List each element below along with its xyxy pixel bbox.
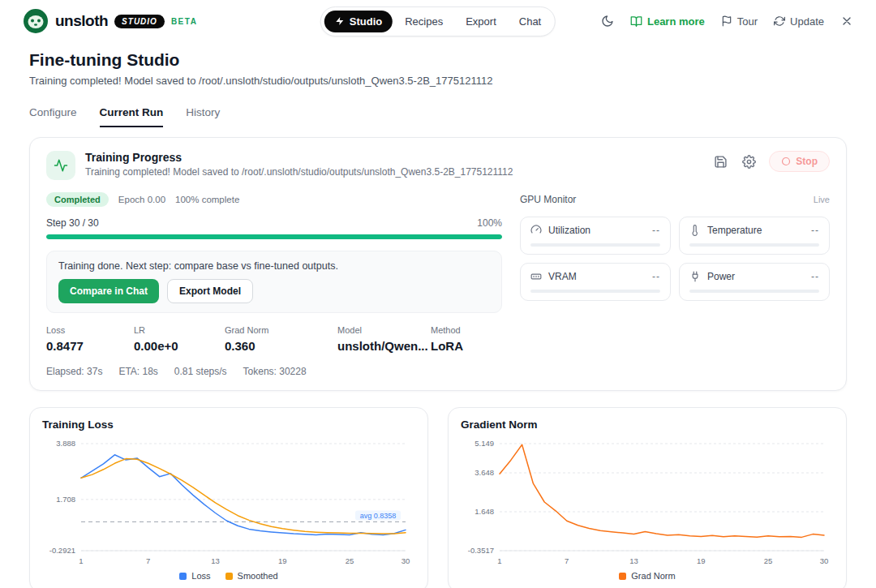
floppy-icon xyxy=(714,155,728,169)
flag-icon xyxy=(721,15,732,27)
card-header-text: Training Progress Training completed! Mo… xyxy=(85,151,513,178)
bolt-icon xyxy=(335,16,345,26)
stat-grad-norm: Grad Norm 0.360 xyxy=(225,325,337,353)
gpu-card-value: -- xyxy=(811,271,819,282)
gpu-card-label: Temperature xyxy=(707,225,762,236)
save-button[interactable] xyxy=(712,153,729,170)
gpu-card-power: Power -- xyxy=(679,263,830,301)
status-badge: Completed xyxy=(46,192,109,207)
svg-text:1.708: 1.708 xyxy=(56,495,75,504)
training-progress-card: Training Progress Training completed! Mo… xyxy=(29,137,847,391)
gpu-monitor: GPU Monitor Live Utilization -- xyxy=(520,191,830,377)
stats-row: Loss 0.8477 LR 0.00e+0 Grad Norm 0.360 M… xyxy=(46,325,502,353)
close-button[interactable] xyxy=(840,15,853,28)
svg-text:7: 7 xyxy=(565,556,569,565)
export-model-button[interactable]: Export Model xyxy=(167,279,253,303)
tokens-label: Tokens: 30228 xyxy=(243,366,307,377)
close-icon xyxy=(840,15,853,28)
gauge-icon xyxy=(530,225,542,236)
chart-legend: Loss Smoothed xyxy=(42,571,415,581)
training-loss-chart: 3.8881.708-0.29211713192530avg 0.8358 xyxy=(42,436,415,569)
svg-text:-0.2921: -0.2921 xyxy=(49,546,75,555)
training-loss-chart-card: Training Loss 3.8881.708-0.2921171319253… xyxy=(29,407,428,588)
grad-norm-swatch xyxy=(619,573,626,580)
tab-history[interactable]: History xyxy=(186,106,220,127)
svg-text:1.648: 1.648 xyxy=(474,507,494,516)
gpu-utilization-bar xyxy=(530,243,660,247)
svg-text:13: 13 xyxy=(629,556,638,565)
page-header: Fine-tuning Studio Training completed! M… xyxy=(29,50,847,87)
svg-text:-0.3517: -0.3517 xyxy=(468,546,494,555)
steps-per-sec-label: 0.81 steps/s xyxy=(174,366,227,377)
nav-item-recipes[interactable]: Recipes xyxy=(394,11,453,32)
status-row: Completed Epoch 0.00 100% complete xyxy=(46,191,502,208)
legend-item-loss: Loss xyxy=(179,571,210,581)
brand-wordmark: unsloth xyxy=(55,12,108,30)
progress-bar xyxy=(46,234,502,239)
activity-icon xyxy=(46,151,75,180)
legend-item-smoothed: Smoothed xyxy=(225,571,278,581)
tour-button[interactable]: Tour xyxy=(721,15,758,28)
card-header-controls: Stop xyxy=(712,151,830,172)
stop-label: Stop xyxy=(796,156,818,167)
svg-text:25: 25 xyxy=(764,556,773,565)
memory-icon xyxy=(530,271,542,282)
epoch-label: Epoch 0.00 xyxy=(118,195,165,204)
next-step-text: Training done. Next step: compare base v… xyxy=(58,260,490,272)
nav-label: Studio xyxy=(350,15,382,28)
learn-more-button[interactable]: Learn more xyxy=(630,15,705,28)
tab-configure[interactable]: Configure xyxy=(29,106,77,127)
gpu-card-label: Power xyxy=(707,271,735,282)
complete-label: 100% complete xyxy=(175,195,239,204)
gpu-monitor-title: GPU Monitor xyxy=(520,194,576,205)
moon-icon xyxy=(601,15,614,28)
tab-current-run[interactable]: Current Run xyxy=(100,106,164,127)
page-title: Fine-tuning Studio xyxy=(29,50,847,70)
nav-item-chat[interactable]: Chat xyxy=(509,11,552,32)
gpu-live-label: Live xyxy=(814,195,830,204)
run-tabs: Configure Current Run History xyxy=(29,106,847,127)
step-label: Step 30 / 30 xyxy=(46,217,99,229)
nav-label: Export xyxy=(466,15,496,28)
svg-text:1: 1 xyxy=(497,556,501,565)
progress-bar-fill xyxy=(46,234,502,239)
stop-button[interactable]: Stop xyxy=(769,151,830,172)
update-button[interactable]: Update xyxy=(774,15,824,28)
svg-text:30: 30 xyxy=(820,556,829,565)
gpu-card-value: -- xyxy=(811,225,819,236)
compare-in-chat-button[interactable]: Compare in Chat xyxy=(58,279,159,303)
gpu-card-utilization: Utilization -- xyxy=(520,217,671,255)
main-nav: Studio Recipes Export Chat xyxy=(320,6,556,36)
svg-text:7: 7 xyxy=(146,556,150,565)
stat-loss: Loss 0.8477 xyxy=(46,325,134,353)
gpu-card-value: -- xyxy=(652,225,660,236)
svg-text:13: 13 xyxy=(211,556,220,565)
gradient-norm-chart-card: Gradient Norm 5.1493.6481.648-0.35171713… xyxy=(448,407,847,588)
gear-icon xyxy=(742,155,756,169)
header-actions: Learn more Tour Update xyxy=(601,15,853,28)
plug-icon xyxy=(689,271,701,282)
theme-toggle-button[interactable] xyxy=(601,15,614,28)
gpu-temperature-bar xyxy=(689,243,819,247)
timing-row: Elapsed: 37s ETA: 18s 0.81 steps/s Token… xyxy=(46,366,502,377)
card-subtitle: Training completed! Model saved to /root… xyxy=(85,166,513,178)
svg-text:19: 19 xyxy=(278,556,287,565)
nav-item-studio[interactable]: Studio xyxy=(324,11,393,32)
chart-legend: Grad Norm xyxy=(461,571,834,581)
eta-label: ETA: 18s xyxy=(118,366,157,377)
page-subtitle: Training completed! Model saved to /root… xyxy=(29,75,847,87)
brand: unsloth STUDIO BETA xyxy=(23,8,197,34)
nav-item-export[interactable]: Export xyxy=(455,11,507,32)
unsloth-logo-icon xyxy=(23,8,49,34)
svg-text:19: 19 xyxy=(697,556,706,565)
svg-text:avg 0.8358: avg 0.8358 xyxy=(360,512,397,520)
settings-button[interactable] xyxy=(741,153,758,170)
update-label: Update xyxy=(790,15,824,28)
nav-label: Recipes xyxy=(405,15,443,28)
svg-text:3.648: 3.648 xyxy=(474,468,494,477)
top-bar: unsloth STUDIO BETA Studio Recipes Expor… xyxy=(0,0,876,42)
stat-method: Method LoRA xyxy=(431,325,463,353)
stat-lr: LR 0.00e+0 xyxy=(134,325,225,353)
svg-text:3.888: 3.888 xyxy=(56,439,75,448)
elapsed-label: Elapsed: 37s xyxy=(46,366,102,377)
